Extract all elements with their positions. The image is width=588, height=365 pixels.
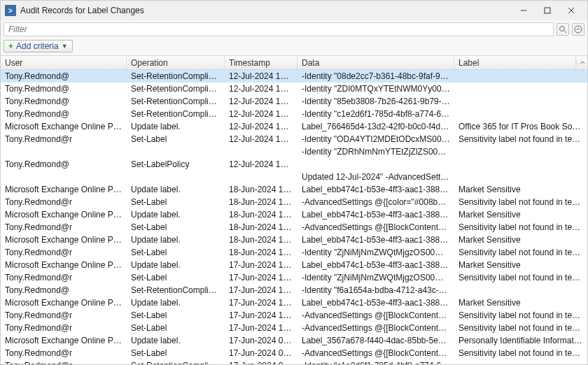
col-header-data[interactable]: Data bbox=[298, 56, 454, 69]
close-button[interactable] bbox=[559, 1, 583, 20]
cell-data: -Identity "ZjNiMjNmZWQtMjgzOS00MjcwLTliM… bbox=[298, 246, 454, 259]
cell-data: -Identity "ZjNiMjNmZWQtMjgzOS00MjcwLTliM… bbox=[298, 271, 454, 284]
cell-user: Microsoft Exchange Online Protection bbox=[1, 259, 127, 271]
col-header-user[interactable]: User bbox=[1, 56, 127, 69]
cell-data: Label_766465d4-13d2-42f0-b0c0-f4df6f79f1… bbox=[298, 120, 454, 133]
table-row[interactable]: Tony.Redmond@Set-LabelPolicy12-Jul-2024 … bbox=[1, 158, 587, 171]
cell-operation: Set-Label bbox=[127, 133, 225, 145]
table-row[interactable]: Tony.Redmond@Set-RetentionComplianceRule… bbox=[1, 83, 587, 95]
cell-label: Sensitivity label not found in tenant bbox=[454, 221, 587, 234]
cell-timestamp: 12-Jul-2024 17:04:27 bbox=[225, 133, 298, 145]
cell-operation: Set-RetentionCompliancePolicy bbox=[127, 284, 225, 296]
close-icon bbox=[568, 7, 575, 14]
cell-label bbox=[454, 158, 587, 171]
data-grid: User Operation Timestamp Data Label Tony… bbox=[1, 55, 587, 364]
col-header-label[interactable]: Label bbox=[454, 56, 576, 69]
table-row[interactable]: Microsoft Exchange Online ProtectionUpda… bbox=[1, 259, 587, 271]
cell-operation: Set-Label bbox=[127, 221, 225, 234]
table-row[interactable]: Tony.Redmond@rSet-Label12-Jul-2024 17:04… bbox=[1, 133, 587, 145]
cell-user: Tony.Redmond@r bbox=[1, 309, 127, 322]
cell-operation: Update label. bbox=[127, 259, 225, 271]
window: > Audit Records for Label Changes + Add … bbox=[0, 0, 588, 365]
cell-label: Sensitivity label not found in tenant bbox=[454, 271, 587, 284]
table-row[interactable]: Microsoft Exchange Online ProtectionUpda… bbox=[1, 208, 587, 221]
cell-operation: Set-RetentionCompliancePolicy bbox=[127, 108, 225, 120]
table-row[interactable]: Microsoft Exchange Online ProtectionUpda… bbox=[1, 183, 587, 196]
table-row[interactable]: Tony.Redmond@Set-RetentionCompliancePoli… bbox=[1, 95, 587, 108]
table-row[interactable]: Tony.Redmond@rSet-Label18-Jun-2024 15:15… bbox=[1, 246, 587, 259]
cell-data: -AdvancedSettings @{[BlockContentAnalysi… bbox=[298, 322, 454, 334]
table-row[interactable]: Tony.Redmond@rSet-Label18-Jun-2024 16:02… bbox=[1, 196, 587, 208]
cell-data: Label_3567a678-f440-4dac-85bb-5e714f1393… bbox=[298, 334, 454, 347]
add-criteria-button[interactable]: + Add criteria ▼ bbox=[4, 40, 73, 52]
table-row[interactable]: Tony.Redmond@rSet-Label17-Jun-2024 10:25… bbox=[1, 322, 587, 334]
cell-operation: Set-RetentionComplianceRule bbox=[127, 83, 225, 95]
cell-operation bbox=[127, 145, 225, 158]
table-row[interactable]: Tony.Redmond@rSet-Label17-Jun-2024 10:26… bbox=[1, 309, 587, 322]
table-row[interactable]: Microsoft Exchange Online ProtectionUpda… bbox=[1, 234, 587, 246]
cell-timestamp: 17-Jun-2024 10:26:58 bbox=[225, 296, 298, 309]
cell-operation: Update label. bbox=[127, 120, 225, 133]
cell-data: -AdvancedSettings @{[color="#008b8b"]} -… bbox=[298, 196, 454, 208]
cell-user: Tony.Redmond@ bbox=[1, 83, 127, 95]
table-row[interactable]: Tony.Redmond@rSet-Label18-Jun-2024 15:59… bbox=[1, 221, 587, 234]
table-row[interactable]: Tony.Redmond@Set-RetentionCompliancePoli… bbox=[1, 108, 587, 120]
col-header-timestamp[interactable]: Timestamp bbox=[225, 56, 298, 69]
cell-operation: Set-RetentionCompliancePolicy bbox=[127, 95, 225, 108]
filter-input[interactable] bbox=[4, 22, 554, 36]
table-row[interactable]: Tony.Redmond@rSet-Label17-Jun-2024 09:39… bbox=[1, 347, 587, 359]
cell-label bbox=[454, 95, 587, 108]
cell-label bbox=[454, 108, 587, 120]
cell-user: Tony.Redmond@r bbox=[1, 359, 127, 364]
cell-data: -AdvancedSettings @{[BlockContentAnalysi… bbox=[298, 309, 454, 322]
cell-data: Updated 12-Jul-2024" -AdvancedSettings @… bbox=[298, 171, 454, 183]
table-row[interactable]: -Identity "ZDRhNmNmYTEtZjZlZS00MDM3LWExY… bbox=[1, 145, 587, 158]
cell-timestamp: 17-Jun-2024 07:42:22 bbox=[225, 359, 298, 364]
table-row[interactable]: Microsoft Exchange Online ProtectionUpda… bbox=[1, 296, 587, 309]
cell-timestamp: 18-Jun-2024 15:15:40 bbox=[225, 234, 298, 246]
app-icon-glyph: > bbox=[8, 7, 13, 15]
cell-data: -Identity "c1e2d6f1-785d-4bf8-a774-6a26e… bbox=[298, 108, 454, 120]
cell-label: Market Sensitive bbox=[454, 208, 587, 221]
cell-timestamp: 12-Jul-2024 17:03:09 bbox=[225, 158, 298, 171]
cell-user: Microsoft Exchange Online Protection bbox=[1, 296, 127, 309]
table-row[interactable]: Tony.Redmond@Set-RetentionCompliancePoli… bbox=[1, 284, 587, 296]
cell-operation: Set-Label bbox=[127, 196, 225, 208]
cell-timestamp: 17-Jun-2024 09:39:48 bbox=[225, 347, 298, 359]
table-row[interactable]: Tony.Redmond@rSet-Label17-Jun-2024 12:42… bbox=[1, 271, 587, 284]
cell-timestamp: 12-Jul-2024 18:03:23 bbox=[225, 95, 298, 108]
cell-data: -Identity "ZDI0MTQxYTEtNWM0Yy00ZDU2LWIxN… bbox=[298, 83, 454, 95]
cell-user: Tony.Redmond@r bbox=[1, 347, 127, 359]
titlebar: > Audit Records for Label Changes bbox=[1, 1, 587, 20]
cell-user: Tony.Redmond@r bbox=[1, 322, 127, 334]
table-row[interactable]: Updated 12-Jul-2024" -AdvancedSettings @… bbox=[1, 171, 587, 183]
cell-operation: Set-Label bbox=[127, 246, 225, 259]
window-title: Audit Records for Label Changes bbox=[20, 6, 512, 15]
maximize-button[interactable] bbox=[536, 1, 559, 20]
table-row[interactable]: Microsoft Exchange Online ProtectionUpda… bbox=[1, 334, 587, 347]
minimize-button[interactable] bbox=[512, 1, 536, 20]
chevron-down-icon: ▼ bbox=[62, 43, 68, 50]
expand-button[interactable] bbox=[572, 23, 584, 36]
cell-user: Tony.Redmond@ bbox=[1, 95, 127, 108]
cell-timestamp: 17-Jun-2024 12:42:56 bbox=[225, 259, 298, 271]
cell-user bbox=[1, 171, 127, 183]
table-row[interactable]: Tony.Redmond@Set-RetentionCompliancePoli… bbox=[1, 70, 587, 83]
grid-rows[interactable]: Tony.Redmond@Set-RetentionCompliancePoli… bbox=[1, 70, 587, 364]
cell-user: Tony.Redmond@r bbox=[1, 196, 127, 208]
col-header-operation[interactable]: Operation bbox=[127, 56, 225, 69]
cell-operation: Set-RetentionCompliancePolicy bbox=[127, 359, 225, 364]
chevron-up-icon bbox=[580, 60, 585, 66]
clear-filter-button[interactable] bbox=[556, 23, 569, 36]
cell-operation: Set-Label bbox=[127, 347, 225, 359]
add-criteria-label: Add criteria bbox=[16, 41, 59, 51]
cell-label: Market Sensitive bbox=[454, 234, 587, 246]
cell-label: Sensitivity label not found in tenant bbox=[454, 347, 587, 359]
cell-data: -AdvancedSettings @{[BlockContentAnalysi… bbox=[298, 221, 454, 234]
cell-operation: Update label. bbox=[127, 334, 225, 347]
cell-label: Market Sensitive bbox=[454, 183, 587, 196]
cell-timestamp: 17-Jun-2024 09:40:13 bbox=[225, 334, 298, 347]
table-row[interactable]: Tony.Redmond@rSet-RetentionCompliancePol… bbox=[1, 359, 587, 364]
cell-timestamp: 12-Jul-2024 18:04:51 bbox=[225, 70, 298, 83]
table-row[interactable]: Microsoft Exchange Online ProtectionUpda… bbox=[1, 120, 587, 133]
